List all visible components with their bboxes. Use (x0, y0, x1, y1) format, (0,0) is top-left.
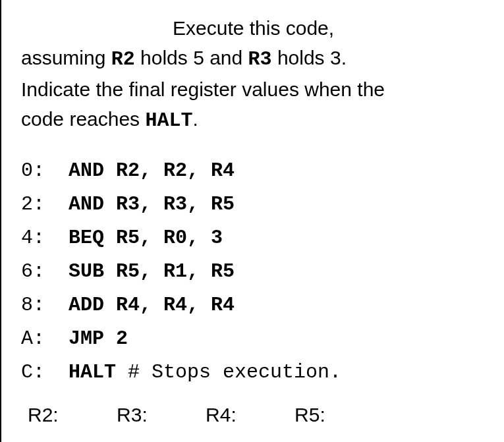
code-addr: 2: (21, 188, 69, 221)
code-instr: AND R3, R3, R5 (69, 193, 235, 215)
code-line: A:JMP 2 (21, 322, 484, 356)
code-line: 6:SUB R5, R1, R5 (21, 255, 484, 289)
answer-r2-label: R2: (28, 404, 59, 426)
prompt-line2a: assuming (21, 47, 111, 69)
prompt-line3: Indicate the final register values when … (21, 78, 385, 100)
assembly-code-block: 0:AND R2, R2, R4 2:AND R3, R3, R5 4:BEQ … (21, 154, 484, 389)
code-addr: C: (21, 356, 69, 389)
code-addr: 6: (21, 255, 69, 289)
code-instr: AND R2, R2, R4 (69, 159, 235, 182)
prompt-line4a: code reaches (21, 108, 145, 130)
code-line: 8:ADD R4, R4, R4 (21, 289, 484, 322)
question-prompt: Execute this code, assuming R2 holds 5 a… (21, 13, 484, 136)
prompt-line4b: . (192, 108, 198, 130)
prompt-line1: Execute this code, (173, 17, 334, 39)
code-line: C:HALT # Stops execution. (21, 356, 484, 389)
code-instr: JMP 2 (69, 327, 128, 350)
register-r2: R2 (111, 48, 135, 70)
code-addr: 4: (21, 221, 69, 255)
code-addr: 0: (21, 154, 69, 188)
answer-r5-label: R5: (294, 404, 325, 426)
answer-r3-label: R3: (117, 404, 148, 426)
prompt-line2c: holds 3. (272, 47, 347, 69)
code-instr: ADD R4, R4, R4 (69, 294, 235, 316)
code-line: 4:BEQ R5, R0, 3 (21, 221, 484, 255)
halt-ref: HALT (145, 109, 192, 132)
code-line: 2:AND R3, R3, R5 (21, 188, 484, 221)
register-r3: R3 (248, 48, 272, 70)
code-instr: SUB R5, R1, R5 (69, 260, 235, 283)
code-line: 0:AND R2, R2, R4 (21, 154, 484, 188)
prompt-line2b: holds 5 and (135, 47, 248, 69)
code-comment: # Stops execution. (116, 361, 341, 383)
code-addr: 8: (21, 289, 69, 322)
answer-r4-label: R4: (206, 404, 237, 426)
code-instr: HALT (69, 361, 116, 383)
code-instr: BEQ R5, R0, 3 (69, 227, 223, 249)
answer-row: R2: R3: R4: R5: (21, 404, 484, 426)
code-addr: A: (21, 322, 69, 356)
